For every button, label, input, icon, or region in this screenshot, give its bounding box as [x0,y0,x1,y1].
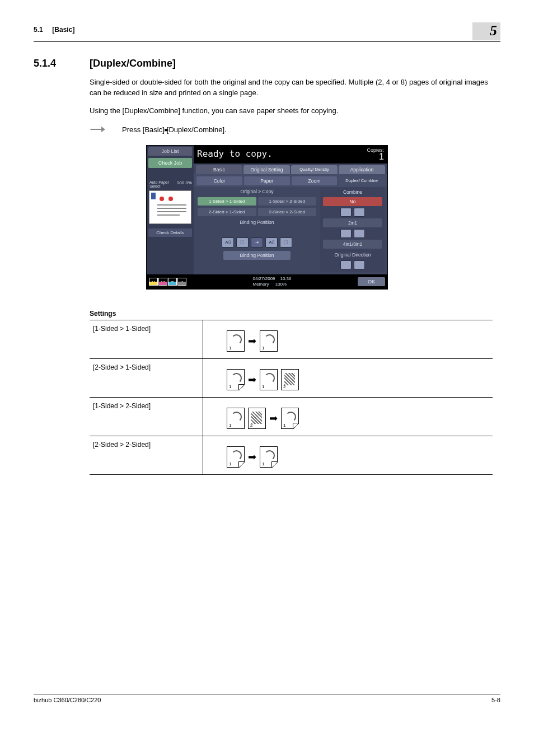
time-text: 10:36 [280,276,291,281]
arrow-icon: ➡ [248,452,256,462]
bind-icon-2: ⬚ [236,237,249,248]
table-row: [1-Sided > 1-Sided] 1 ➡ 1 [90,320,493,358]
device-screenshot: Job List Check Job Auto Paper Select 100… [146,145,388,290]
setting-label-2s1s: [2-Sided > 1-Sided] [90,358,203,397]
section-title: [Duplex/Combine] [90,58,176,69]
date-text: 04/27/2009 [253,276,275,281]
setting-icon-1s1s: 1 ➡ 1 [203,320,493,358]
page-header: 5.1 [Basic] 5 [34,22,500,42]
toner-c-icon: C [168,278,177,286]
tab-application[interactable]: Application [339,165,385,174]
table-row: [2-Sided > 2-Sided] 1 ➡ 1 [90,436,493,474]
header-section-num: 5.1 [34,26,43,34]
memory-val: 100% [275,282,287,287]
chapter-number: 5 [490,22,497,39]
tab-quality-density[interactable]: Quality/ Density [291,165,338,174]
arrow-icon: ➡ [248,336,256,346]
copies-number: 1 [367,153,384,161]
toner-m-icon: M [158,278,167,286]
bind-arrow-icon: ➔ [251,237,263,248]
combine-2in1-icons [322,208,383,217]
page-footer: bizhub C360/C280/C220 5-8 [34,694,500,703]
tab-original-setting[interactable]: Original Setting [243,165,290,174]
combine-no-button[interactable]: No [323,197,382,206]
job-list-tab[interactable]: Job List [148,147,192,156]
setting-label-2s2s: [2-Sided > 2-Sided] [90,436,203,474]
auto-paper-label: Auto Paper Select 100.0% [147,178,194,189]
setting-icon-2s2s: 1 ➡ 1 [203,436,493,474]
paragraph-2: Using the [Duplex/Combine] function, you… [90,106,500,116]
ok-button[interactable]: OK [358,277,385,286]
footer-left: bizhub C360/C280/C220 [34,697,101,703]
combine-header: Combine [322,188,383,196]
setting-icon-1s2s: 1 2 ➡ 1 [203,397,493,436]
binding-position-header: Binding Position [196,217,318,226]
subtab-duplex-combine[interactable]: Duplex/ Combine [339,176,385,185]
arrow-icon: ➡ [269,413,278,423]
check-details-button[interactable]: Check Details [148,228,192,237]
bind-icon-4: ⬚ [280,237,292,248]
settings-table: [1-Sided > 1-Sided] 1 ➡ 1 [2-Sided > 1-S… [90,320,493,475]
original-copy-header: Original > Copy [196,187,318,196]
opt-2s-1s[interactable]: 2-Sided > 1-Sided [198,208,256,216]
subtab-zoom[interactable]: Zoom [292,176,338,185]
combine-icon-c [340,229,352,238]
chapter-number-box: 5 [472,22,500,40]
table-row: [1-Sided > 2-Sided] 1 2 ➡ 1 [90,397,493,436]
svg-marker-1 [101,127,105,132]
setting-icon-2s1s: 1 ➡ 1 2 [203,358,493,397]
copies-display: Copies: 1 [367,147,384,161]
subtab-color[interactable]: Color [196,176,242,185]
combine-icon-b [354,208,365,217]
table-row: [2-Sided > 1-Sided] 1 ➡ 1 2 [90,358,493,397]
subtab-paper[interactable]: Paper [244,176,290,185]
press-text-post: [Duplex/Combine]. [167,125,227,134]
header-section-label: [Basic] [52,26,74,34]
original-direction-header: Original Direction [322,251,383,259]
bind-icon-3: A▯ [265,237,278,248]
check-job-button[interactable]: Check Job [148,158,192,168]
paragraph-1: Single-sided or double-sided for both th… [90,77,500,99]
preview-thumbnail [149,190,191,224]
combine-4in1-button[interactable]: 4in1/8in1 [323,240,382,249]
press-text-pre: Press [Basic] [122,125,165,134]
memory-label: Memory [253,282,269,287]
orig-dir-icon-b [354,260,365,269]
setting-label-1s1s: [1-Sided > 1-Sided] [90,320,203,358]
toner-k-icon: K [177,278,186,286]
combine-4in1-icons [322,229,383,238]
toner-y-icon: Y [149,278,158,286]
header-left: 5.1 [Basic] [34,22,74,34]
arrow-icon: ➡ [248,375,256,385]
section-number: 5.1.4 [34,58,90,69]
orig-direction-icons [322,260,383,269]
footer-right: 5-8 [491,697,500,703]
section-heading: 5.1.4 [Duplex/Combine] [34,58,500,69]
binding-position-button[interactable]: Binding Position [223,251,291,260]
opt-1s-2s[interactable]: 1-Sided > 2-Sided [258,197,317,206]
arrow-right-icon [90,125,105,133]
combine-icon-d [354,229,365,238]
combine-2in1-button[interactable]: 2in1 [323,218,382,227]
binding-icons-row: A▯ ⬚ ➔ A▯ ⬚ [196,234,318,249]
setting-label-1s2s: [1-Sided > 2-Sided] [90,397,203,436]
status-ready-text: Ready to copy. [197,148,273,159]
opt-2s-2s[interactable]: 2-Sided > 2-Sided [258,208,317,216]
toner-levels: Y M C K [149,278,186,286]
tab-basic[interactable]: Basic [196,165,242,174]
bind-icon-1: A▯ [222,237,234,248]
settings-heading: Settings [90,310,500,318]
opt-1s-1s[interactable]: 1-Sided > 1-Sided [198,197,256,206]
combine-icon-a [340,208,352,217]
press-instruction: Press [Basic] ▸▸ [Duplex/Combine]. [90,125,500,134]
datetime-block: 04/27/2009 10:36 Memory 100% [253,276,292,287]
orig-dir-icon-a [340,260,352,269]
